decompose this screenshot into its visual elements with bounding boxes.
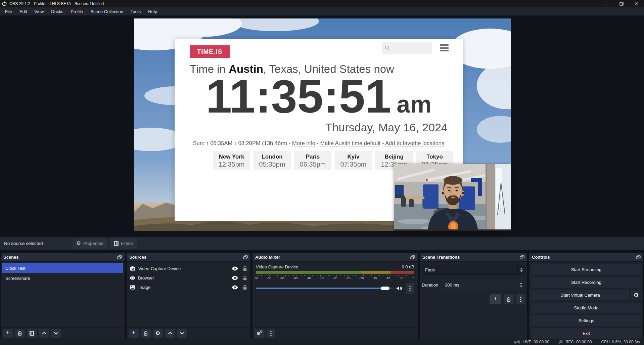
visibility-eye-icon[interactable] — [232, 276, 238, 280]
properties-button[interactable]: ⚙ Properties — [73, 239, 107, 249]
more-info-link[interactable]: More info — [292, 140, 315, 147]
preview-area[interactable]: TIME.IS Time in Austin, Texas, United St… — [0, 15, 644, 237]
close-button[interactable] — [629, 0, 644, 7]
city-name: Beijing — [375, 154, 413, 160]
city-card[interactable]: Paris06:35pm — [294, 151, 331, 170]
tick-label: -30 — [333, 276, 337, 280]
menu-file[interactable]: File — [1, 7, 16, 15]
filters-button[interactable]: Filters — [110, 239, 137, 249]
tick-label: -50 — [280, 276, 284, 280]
scene-item-screenshare[interactable]: Screenshare — [2, 273, 123, 283]
tick-label: -35 — [320, 276, 324, 280]
move-source-up-button[interactable] — [165, 329, 175, 338]
menu-help[interactable]: Help — [144, 7, 161, 15]
live-status: LIVE: 00:00:00 — [514, 340, 549, 344]
selected-source-toolbar: No source selected ⚙ Properties Filters — [0, 237, 644, 250]
move-scene-down-button[interactable] — [51, 329, 61, 338]
scenes-panel-header: Scenes — [1, 253, 125, 262]
search-box[interactable] — [382, 42, 432, 54]
volume-slider-handle[interactable] — [381, 287, 389, 290]
popout-dock-icon[interactable] — [636, 255, 641, 259]
mixer-options-button[interactable] — [406, 283, 414, 294]
mixer-menu-button[interactable] — [267, 329, 275, 338]
advanced-audio-button[interactable]: ⚙ ⚙ — [255, 329, 265, 338]
webcam-overlay[interactable] — [394, 164, 511, 231]
source-label: Browser — [138, 275, 229, 281]
add-transition-button[interactable]: + — [490, 294, 501, 304]
popout-dock-icon[interactable] — [243, 255, 248, 259]
move-scene-up-button[interactable] — [39, 329, 49, 338]
start-recording-button[interactable]: Start Recording — [531, 277, 641, 288]
menu-view[interactable]: View — [31, 7, 47, 15]
city-time: 12:35pm — [213, 161, 250, 168]
remove-source-button[interactable] — [141, 329, 151, 338]
chevron-down-icon — [54, 332, 58, 335]
search-icon — [385, 45, 390, 51]
make-default-link[interactable]: Make Austin time default — [320, 140, 381, 147]
lock-icon[interactable] — [243, 275, 247, 281]
kebab-menu-icon — [409, 286, 411, 291]
exit-button[interactable]: Exit — [531, 328, 641, 339]
camera-icon — [130, 266, 135, 271]
add-scene-button[interactable]: + — [3, 329, 13, 338]
move-source-down-button[interactable] — [177, 329, 187, 338]
settings-button[interactable]: Settings — [531, 315, 641, 326]
start-streaming-button[interactable]: Start Streaming — [531, 264, 641, 275]
transitions-title: Scene Transitions — [422, 255, 460, 260]
transition-select[interactable]: Fade — [422, 265, 525, 275]
popout-dock-icon[interactable] — [117, 255, 122, 259]
add-source-button[interactable]: + — [129, 329, 139, 338]
speaker-icon[interactable] — [396, 286, 403, 291]
city-name: Kyiv — [335, 154, 372, 160]
city-card[interactable]: London05:35pm — [254, 151, 291, 170]
menu-tools[interactable]: Tools — [127, 7, 144, 15]
source-label: Video Capture Device — [138, 266, 229, 271]
source-item-browser[interactable]: Browser — [127, 273, 250, 283]
city-card[interactable]: Kyiv07:35pm — [335, 151, 372, 170]
source-properties-button[interactable]: ⚙ — [153, 329, 163, 338]
rec-time: REC: 00:00:00 — [565, 340, 592, 344]
window-title: OBS 29.1.2 - Profile: LLHLS BETA - Scene… — [9, 1, 104, 6]
image-icon — [130, 285, 135, 290]
lock-icon[interactable] — [243, 285, 247, 290]
virtual-camera-settings-button[interactable]: ⚙ — [631, 290, 641, 300]
tick-label: -45 — [293, 276, 297, 280]
obs-logo-icon — [2, 1, 7, 6]
lock-icon[interactable] — [243, 266, 247, 271]
select-arrows-icon — [517, 265, 525, 274]
remove-scene-button[interactable] — [15, 329, 25, 338]
window-controls — [599, 0, 644, 7]
duration-spinbox[interactable]: 300 ms — [442, 279, 525, 290]
remove-transition-button[interactable] — [504, 294, 514, 304]
source-item-image[interactable]: Image — [127, 283, 250, 292]
visibility-eye-icon[interactable] — [232, 285, 238, 290]
spinner-arrows[interactable] — [517, 283, 525, 287]
menu-profile[interactable]: Profile — [67, 7, 87, 15]
menu-docks[interactable]: Docks — [47, 7, 67, 15]
scene-item-clock-test[interactable]: Clock Test — [2, 263, 123, 273]
sources-toolbar: + ⚙ — [127, 327, 250, 339]
no-source-selected-label: No source selected — [4, 241, 43, 246]
tick-label: -40 — [307, 276, 311, 280]
minimize-button[interactable] — [599, 0, 614, 7]
chevron-down-icon — [180, 332, 184, 335]
add-favorite-link[interactable]: Add to favorite locations — [385, 140, 444, 147]
studio-mode-button[interactable]: Studio Mode — [531, 303, 641, 313]
city-card[interactable]: New York12:35pm — [213, 151, 250, 170]
hamburger-menu-icon[interactable] — [440, 44, 449, 51]
start-virtual-camera-button[interactable]: Start Virtual Camera — [531, 290, 629, 300]
restore-button[interactable] — [614, 0, 629, 7]
chevron-up-icon — [42, 332, 46, 335]
mixer-channel: Video Capture Device 0.0 dB -60 -55 -50 … — [252, 262, 418, 296]
trash-icon — [144, 331, 148, 336]
popout-dock-icon[interactable] — [520, 255, 524, 259]
scene-filters-button[interactable] — [27, 329, 37, 338]
popout-dock-icon[interactable] — [410, 255, 415, 259]
transition-properties-button[interactable] — [516, 294, 525, 304]
menu-edit[interactable]: Edit — [16, 7, 31, 15]
volume-slider[interactable] — [256, 288, 393, 289]
visibility-eye-icon[interactable] — [232, 266, 238, 271]
menu-scene-collection[interactable]: Scene Collection — [87, 7, 127, 15]
source-item-video-capture[interactable]: Video Capture Device — [127, 264, 250, 273]
timeis-logo[interactable]: TIME.IS — [190, 45, 230, 58]
